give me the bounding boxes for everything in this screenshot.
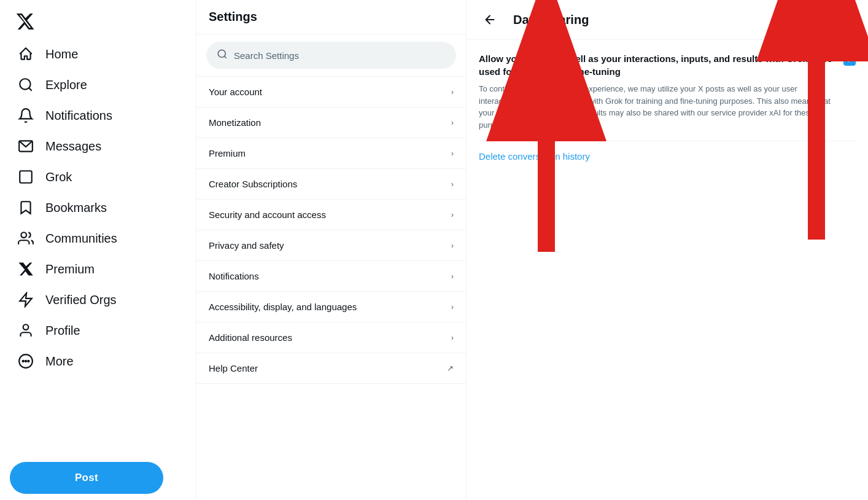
sidebar-item-communities[interactable]: Communities	[10, 224, 186, 253]
svg-point-9	[28, 361, 29, 362]
back-button[interactable]	[479, 9, 501, 31]
search-icon	[217, 49, 228, 62]
sidebar-item-bookmarks-label: Bookmarks	[45, 201, 107, 215]
chevron-right-icon: ›	[451, 271, 454, 281]
settings-item-accessibility[interactable]: Accessibility, display, and languages ›	[196, 292, 466, 322]
messages-icon	[17, 138, 34, 155]
svg-point-5	[23, 324, 29, 330]
checkbox-wrap: ✓	[843, 53, 856, 66]
sidebar-item-premium[interactable]: Premium	[10, 254, 186, 284]
sidebar-item-notifications-label: Notifications	[45, 109, 112, 123]
sidebar-item-grok[interactable]: Grok	[10, 162, 186, 192]
sidebar-item-communities-label: Communities	[45, 232, 117, 246]
settings-item-security-account-access[interactable]: Security and account access ›	[196, 200, 466, 230]
settings-item-help-center[interactable]: Help Center ↗	[196, 353, 466, 384]
x-logo[interactable]	[10, 6, 41, 37]
checkbox-checkmark: ✓	[847, 55, 853, 64]
data-sharing-row: Allow your posts as well as your interac…	[479, 52, 856, 141]
settings-title: Settings	[209, 10, 257, 23]
chevron-right-icon: ›	[451, 87, 454, 96]
svg-point-3	[21, 232, 26, 238]
sidebar-item-more[interactable]: More	[10, 346, 186, 376]
content-panel: Data Sharing Allow your posts as well as…	[467, 0, 868, 500]
data-sharing-text: Allow your posts as well as your interac…	[479, 52, 834, 131]
sidebar: Home Explore Notifications	[0, 0, 196, 500]
explore-icon	[17, 76, 34, 93]
bookmarks-icon	[17, 199, 34, 216]
svg-point-0	[20, 79, 30, 89]
settings-item-your-account[interactable]: Your account ›	[196, 77, 466, 107]
delete-conversation-link[interactable]: Delete conversation history	[479, 151, 590, 162]
sidebar-item-profile-label: Profile	[45, 324, 80, 338]
communities-icon	[17, 230, 34, 247]
sidebar-item-messages[interactable]: Messages	[10, 131, 186, 161]
sidebar-item-more-label: More	[45, 354, 74, 369]
search-box	[206, 42, 456, 69]
chevron-right-icon: ›	[451, 149, 454, 158]
data-sharing-title: Allow your posts as well as your interac…	[479, 52, 834, 78]
post-button[interactable]: Post	[10, 462, 163, 494]
sidebar-item-premium-label: Premium	[45, 262, 95, 276]
svg-marker-4	[20, 293, 32, 307]
sidebar-item-messages-label: Messages	[45, 139, 101, 154]
settings-list: Your account › Monetization › Premium › …	[196, 77, 466, 500]
content-header: Data Sharing	[467, 0, 868, 40]
chevron-right-icon: ›	[451, 179, 454, 189]
sidebar-item-notifications[interactable]: Notifications	[10, 101, 186, 130]
sidebar-item-grok-label: Grok	[45, 170, 72, 184]
search-input[interactable]	[234, 50, 446, 61]
svg-point-10	[218, 50, 225, 57]
chevron-right-icon: ›	[451, 333, 454, 342]
svg-rect-2	[20, 171, 32, 183]
chevron-right-icon: ›	[451, 241, 454, 250]
chevron-right-icon: ›	[451, 118, 454, 127]
svg-point-7	[25, 361, 26, 362]
learn-more-link[interactable]: Learn more	[516, 120, 557, 130]
notifications-icon	[17, 107, 34, 124]
search-box-wrap	[196, 34, 466, 77]
settings-header: Settings	[196, 0, 466, 34]
sidebar-item-verified-orgs-label: Verified Orgs	[45, 293, 117, 307]
sidebar-item-home-label: Home	[45, 47, 78, 61]
content-body: Allow your posts as well as your interac…	[467, 40, 868, 174]
content-title: Data Sharing	[513, 13, 589, 27]
chevron-right-icon: ›	[451, 302, 454, 311]
external-link-icon: ↗	[447, 364, 454, 373]
chevron-right-icon: ›	[451, 210, 454, 219]
more-icon	[17, 353, 34, 370]
sidebar-item-home[interactable]: Home	[10, 39, 186, 69]
premium-icon	[17, 260, 34, 278]
sidebar-item-explore[interactable]: Explore	[10, 70, 186, 100]
profile-icon	[17, 322, 34, 339]
delete-link-wrap: Delete conversation history	[479, 151, 856, 162]
settings-item-additional-resources[interactable]: Additional resources ›	[196, 322, 466, 353]
svg-point-8	[23, 361, 24, 362]
settings-item-premium[interactable]: Premium ›	[196, 138, 466, 169]
grok-icon	[17, 168, 34, 186]
settings-panel: Settings Your account › Monetization › P…	[196, 0, 467, 500]
settings-item-monetization[interactable]: Monetization ›	[196, 107, 466, 138]
settings-item-notifications[interactable]: Notifications ›	[196, 261, 466, 292]
sidebar-item-verified-orgs[interactable]: Verified Orgs	[10, 285, 186, 314]
sidebar-nav: Home Explore Notifications	[10, 39, 186, 455]
verified-orgs-icon	[17, 291, 34, 308]
sidebar-item-profile[interactable]: Profile	[10, 316, 186, 345]
data-sharing-description: To continuously improve your experience,…	[479, 83, 834, 131]
sidebar-item-bookmarks[interactable]: Bookmarks	[10, 193, 186, 222]
sidebar-item-explore-label: Explore	[45, 78, 87, 92]
settings-item-creator-subscriptions[interactable]: Creator Subscriptions ›	[196, 169, 466, 200]
home-icon	[17, 45, 34, 63]
data-sharing-checkbox[interactable]: ✓	[843, 53, 856, 66]
settings-item-privacy-safety[interactable]: Privacy and safety ›	[196, 230, 466, 261]
